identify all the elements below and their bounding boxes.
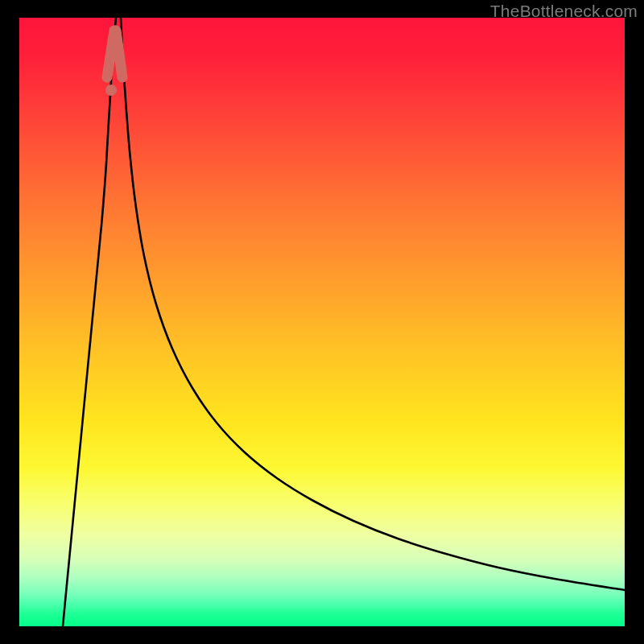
chart-frame: TheBottleneck.com	[0, 0, 644, 644]
svg-point-0	[105, 85, 117, 96]
watermark-text: TheBottleneck.com	[490, 2, 638, 21]
chart-svg	[19, 18, 625, 626]
v-marker	[105, 31, 122, 96]
bottleneck-curve	[63, 18, 625, 626]
plot-area	[19, 18, 625, 626]
